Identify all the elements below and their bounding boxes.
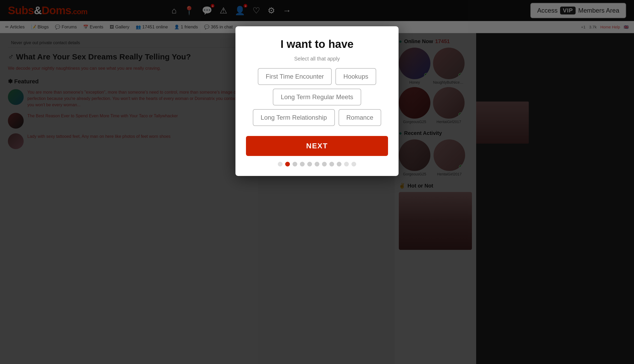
- dot-7: [322, 162, 327, 166]
- dot-10: [344, 162, 349, 166]
- progress-dots: [246, 162, 388, 166]
- dot-3: [293, 162, 297, 166]
- modal: I want to have Select all that apply Fir…: [235, 26, 399, 176]
- option-first-time-encounter[interactable]: First Time Encounter: [258, 68, 332, 85]
- option-hookups[interactable]: Hookups: [335, 68, 376, 85]
- dot-8: [329, 162, 334, 166]
- next-button[interactable]: NEXT: [246, 136, 388, 156]
- modal-title: I want to have: [246, 38, 388, 50]
- options-row-3: Long Term Relationship Romance: [246, 109, 388, 126]
- option-romance[interactable]: Romance: [339, 109, 381, 126]
- dot-5: [307, 162, 312, 166]
- dot-9: [337, 162, 341, 166]
- dot-1: [278, 162, 283, 166]
- dot-2: [285, 162, 290, 166]
- dot-11: [351, 162, 356, 166]
- dot-6: [315, 162, 319, 166]
- options-row-2: Long Term Regular Meets: [246, 89, 388, 105]
- option-long-term-relationship[interactable]: Long Term Relationship: [253, 109, 335, 126]
- dot-4: [300, 162, 305, 166]
- options-row-1: First Time Encounter Hookups: [246, 68, 388, 85]
- modal-overlay: I want to have Select all that apply Fir…: [0, 0, 634, 364]
- modal-subtitle: Select all that apply: [246, 56, 388, 62]
- option-long-term-meets[interactable]: Long Term Regular Meets: [273, 89, 361, 105]
